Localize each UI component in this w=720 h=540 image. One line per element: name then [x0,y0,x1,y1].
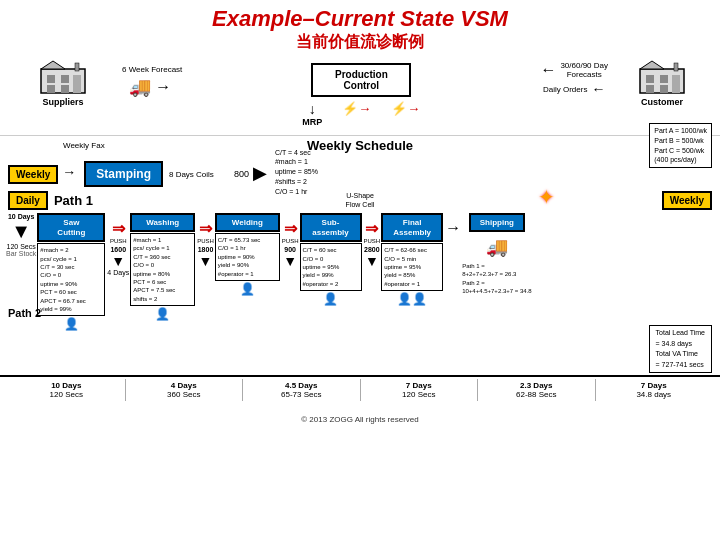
inv-120secs: 120 Secs [7,243,36,250]
inv-before-saw: 10 Days ▼ 120 Secs Bar Stock [6,213,36,257]
push-label-2: PUSH [197,238,214,244]
inv-2800: 2800 [364,246,380,253]
triangle-welding: ▼ [199,253,213,269]
timeline-seg-1: 10 Days 120 Secs [8,379,126,401]
inventory-triangle-1: ▶ [253,162,267,184]
weekly-badge: Weekly [8,165,58,184]
arrow-to-prod: → [155,78,171,96]
arrow-daily-orders: ← [591,81,605,97]
svg-rect-5 [61,85,69,93]
weekly-fax: Weekly Fax [63,141,105,150]
truck-icon-left: 🚚 [129,76,151,98]
summary-row: Total Lead Time = 34.8 days Total VA Tim… [0,325,720,373]
stamping-box: Stamping [84,161,163,187]
truck-icon-right: 🚚 [486,236,508,258]
lightning-arrow-right2: ⚡→ [391,101,420,116]
summary-box: Total Lead Time = 34.8 days Total VA Tim… [649,325,712,373]
stamping-800: 800 [234,169,249,179]
push-arrow-4: ⇒ PUSH 2800 ▼ [364,219,381,269]
svg-marker-9 [640,61,664,69]
path1-label: Path 1 [54,193,93,208]
arrow-to-shipping: → [445,219,461,237]
main-process-row: 10 Days ▼ 120 Secs Bar Stock SawCutting … [0,211,720,327]
person-icon-final: 👤👤 [397,292,427,306]
triangle-final: ▼ [365,253,379,269]
title-sub: 当前价值流诊断例 [0,32,720,53]
subassembly-box: Sub-assembly [300,213,362,242]
process-row-1: Weekly → Stamping 8 Days Coils 800 ▶ C/T… [0,155,720,189]
timeline-seg-6: 7 Days 34.8 days [596,379,713,401]
triangle-sub: ▼ [283,253,297,269]
subassembly-data-box: C/T = 60 sec C/O = 0 uptime = 95% yield … [300,243,362,291]
saw-cutting-group: SawCutting #mach = 2 pcs/ cycle = 1 C/T … [37,213,105,331]
part-b: Part B = 500/wk [654,136,707,146]
tl-secs-5: 62-88 Secs [516,390,556,399]
subassembly-group: Sub-assembly C/T = 60 sec C/O = 0 uptime… [300,213,362,306]
finalassembly-data-box: C/T = 62-66 sec C/O = 5 min uptime = 95%… [381,243,443,291]
saw-data-box: #mach = 2 pcs/ cycle = 1 C/T = 30 sec C/… [37,243,105,316]
production-control-wrapper: Production Control ↓ MRP ⚡→ ⚡→ [182,63,540,127]
tl-secs-4: 120 Secs [402,390,435,399]
tl-secs-3: 65-73 Secs [281,390,321,399]
weekly-schedule-label: Weekly Schedule [307,138,413,153]
timeline-row: 10 Days 120 Secs 4 Days 360 Secs 4.5 Day… [0,375,720,413]
svg-rect-15 [674,63,678,71]
push-icon-2: ⇒ [199,219,212,238]
svg-rect-7 [75,63,79,71]
push-icon-3: ⇒ [284,219,297,238]
washing-box: Washing [130,213,195,232]
push-label-4: PUSH [364,238,381,244]
inv-1600: 1600 [110,246,126,253]
tl-secs-1: 120 Secs [50,390,83,399]
svg-rect-12 [646,85,654,93]
copyright: © 2013 ZOGG All rights reserved [0,413,720,426]
push-label-3: PUSH [282,238,299,244]
mrp-label: MRP [302,117,322,127]
week-forecast-label: 6 Week Forecast [122,65,182,74]
title-area: Example–Current State VSM 当前价值流诊断例 [0,0,720,55]
top-row: Suppliers 6 Week Forecast 🚚 → Production… [0,55,720,135]
supplier-label: Suppliers [42,97,83,107]
daily-badge: Daily [8,191,48,210]
svg-rect-10 [646,75,654,83]
inv-10days: 10 Days [8,213,34,220]
person-icon-welding: 👤 [240,282,255,296]
va-time-value: = 727-741 secs [656,360,705,371]
person-icon-saw: 👤 [64,317,79,331]
svg-rect-4 [47,85,55,93]
svg-rect-3 [61,75,69,83]
push-label-1: PUSH [110,238,127,244]
va-time-label: Total VA Time [656,349,705,360]
tl-secs-2: 360 Secs [167,390,200,399]
tl-secs-6: 34.8 days [636,390,671,399]
tl-days-2: 4 Days [171,381,197,390]
arrow-weekly-right: → [62,164,76,180]
saw-cutting-box: SawCutting [37,213,105,242]
tl-days-3: 4.5 Days [285,381,317,390]
production-control-box: Production Control [311,63,411,97]
path2-label: Path 2 [8,307,41,319]
customer-block: Customer [612,59,712,107]
forecast-block: ← 30/60/90 Day Forecasts Daily Orders ← [540,61,608,97]
arrow-down-to-mrp: ↓ [309,101,316,117]
u-shape-cell: U-Shape Flow Cell [346,191,375,209]
svg-rect-6 [73,75,81,93]
title-main: Example–Current State VSM [0,6,720,32]
svg-rect-2 [47,75,55,83]
timeline-seg-2: 4 Days 360 Secs [126,379,244,401]
shipping-group: Shipping 🚚 Path 1 = 8+2+7+2.3+7 = 26.3 P… [462,213,531,296]
person-icon-sub: 👤 [323,292,338,306]
washing-group: Washing #mach = 1 pcs/ cycle = 1 C/T = 3… [130,213,195,321]
inv-4days: 4 Days [107,269,129,276]
push-icon-4: ⇒ [365,219,378,238]
svg-rect-13 [660,85,668,93]
finalassembly-group: FinalAssembly C/T = 62-66 sec C/O = 5 mi… [381,213,443,306]
timeline-seg-3: 4.5 Days 65-73 Secs [243,379,361,401]
svg-rect-11 [660,75,668,83]
washing-data-box: #mach = 1 pcs/ cycle = 1 C/T = 360 sec C… [130,233,195,306]
tl-days-1: 10 Days [51,381,81,390]
triangle-saw: ▼ [11,220,31,243]
triangle-washing: ▼ [111,253,125,269]
lead-time-value: = 34.8 days [656,339,705,350]
tl-days-5: 2.3 Days [520,381,552,390]
